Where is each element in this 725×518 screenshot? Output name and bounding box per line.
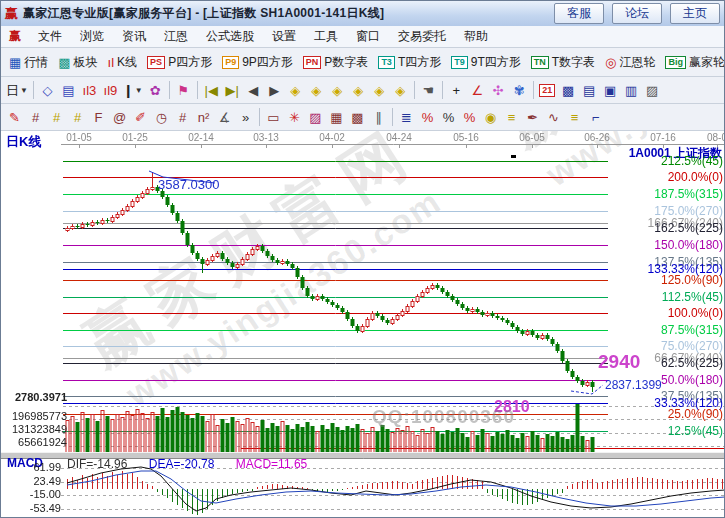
calculator-button[interactable]: ▩ (558, 80, 579, 100)
menu-item-2[interactable]: 资讯 (113, 25, 155, 48)
gann-level-label: 100.0%(0) (668, 307, 723, 319)
plot-9-lines-icon[interactable]: ıl9 (100, 80, 121, 100)
9t-square-button[interactable]: T99T四方形 (446, 52, 526, 73)
toolbar-separator (197, 81, 198, 99)
percent-line-tool-button[interactable]: % (459, 107, 480, 127)
menu-item-6[interactable]: 工具 (305, 25, 347, 48)
grid-pattern-tool-button-icon: ▦ (330, 111, 342, 124)
t-square-button[interactable]: T3T四方形 (373, 52, 446, 73)
menu-item-0[interactable]: 文件 (29, 25, 71, 48)
brush-tool-button[interactable]: ✎ (4, 107, 25, 127)
angle-measure-button[interactable]: ∠ (467, 80, 488, 100)
p-number-table-button[interactable]: PNP数字表 (298, 52, 374, 73)
expand-v-button[interactable]: ◈ (390, 80, 411, 100)
9p-square-button[interactable]: P99P四方形 (217, 52, 298, 73)
gold-lines-tool-button[interactable]: ≡ (564, 107, 585, 127)
menu-item-1[interactable]: 浏览 (71, 25, 113, 48)
kline-button-icon: ıl (108, 56, 115, 69)
menu-item-5[interactable]: 设置 (263, 25, 305, 48)
market-toolbar: ▦行情▩板块ılK线PSP四方形P99P四方形PNP数字表T3T四方形T99T四… (1, 48, 725, 77)
period-label: 日K线 (6, 133, 41, 151)
print-button[interactable]: ▨ (642, 80, 663, 100)
period-day-button[interactable]: 日▼ (4, 80, 30, 100)
p-square-button[interactable]: PSP四方形 (142, 52, 217, 73)
hand-tool-button[interactable]: ☚ (418, 80, 439, 100)
candle-style-button-icon: ❙ (123, 84, 134, 97)
spiral-tool-button-icon: @ (113, 111, 126, 124)
crosshair-tool-button[interactable]: + (446, 80, 467, 100)
time-cycle-tool-button[interactable]: ◷ (151, 107, 172, 127)
homepage-button[interactable]: 主页 (670, 3, 720, 24)
last-page-button[interactable]: ▶| (222, 80, 243, 100)
grid-pattern2-tool-button[interactable]: ▩ (347, 107, 368, 127)
notes-button[interactable]: ▤ (579, 80, 600, 100)
gann-wheel-button[interactable]: ◎江恩轮 (600, 52, 660, 73)
flag-icon[interactable]: ⚑ (173, 80, 194, 100)
wave-rule-tool-button[interactable]: ✾ (509, 80, 530, 100)
parallel-lines-tool-button-icon: ∥ (375, 111, 382, 124)
percent-tool-button-icon: % (443, 111, 455, 124)
macd-scale-3: -15.00 (1, 488, 61, 500)
dense-grid-tool-button[interactable]: # (172, 107, 193, 127)
compress-h-button[interactable]: ◈ (327, 80, 348, 100)
percent-retrace-tool-button[interactable]: % (417, 107, 438, 127)
angle-pen-tool-button[interactable]: ✐ (130, 107, 151, 127)
calendar-button[interactable]: 21 (537, 80, 558, 100)
menu-item-4[interactable]: 公式选股 (197, 25, 263, 48)
save-button[interactable]: ▣ (600, 80, 621, 100)
rays-tool-button[interactable]: ✳ (284, 107, 305, 127)
j-angle-tool-button[interactable]: ⌐ (585, 107, 606, 127)
percent-tool-button[interactable]: % (438, 107, 459, 127)
price-list-tool-button[interactable]: ≣ (396, 107, 417, 127)
price-pen-tool-button[interactable]: ✒ (522, 107, 543, 127)
menu-item-7[interactable]: 窗口 (347, 25, 389, 48)
menu-bar: 赢 文件浏览资讯江恩公式选股设置工具窗口交易委托帮助 (1, 26, 725, 48)
shift-right-button[interactable]: ◈ (306, 80, 327, 100)
winner-wheel-button[interactable]: Big赢家轮 (660, 52, 725, 73)
j-angle-tool-button-icon: ⌐ (592, 111, 600, 124)
next-candle-button[interactable]: ▶ (264, 80, 285, 100)
golden-section-tool-button[interactable]: ≡ (501, 107, 522, 127)
t-number-table-button[interactable]: TNT数字表 (526, 52, 600, 73)
plot-3-lines-icon[interactable]: ıl3 (79, 80, 100, 100)
expand-h-button[interactable]: ◈ (348, 80, 369, 100)
quote-page-icon[interactable]: ▤ (58, 80, 79, 100)
export-button[interactable]: ▥ (621, 80, 642, 100)
forum-button[interactable]: 论坛 (612, 3, 662, 24)
golden-circle-tool-button[interactable]: ◉ (480, 107, 501, 127)
gann-pattern-icon[interactable]: ✿ (145, 80, 166, 100)
window-layout-icon[interactable]: ◇ (37, 80, 58, 100)
expand-v-button-icon: ◈ (395, 84, 405, 97)
grid-tool-button[interactable]: # (25, 107, 46, 127)
compress-v-button[interactable]: ◈ (369, 80, 390, 100)
gann-square-tool-button[interactable]: ✣ (488, 80, 509, 100)
shift-left-button[interactable]: ◈ (285, 80, 306, 100)
sectors-button[interactable]: ▩板块 (53, 52, 102, 73)
quotes-button[interactable]: ▦行情 (4, 52, 53, 73)
spiral-tool-button[interactable]: @ (109, 107, 130, 127)
more-tools-button[interactable]: » (235, 107, 256, 127)
date-tick-label: 02-14 (188, 132, 214, 143)
gann-level-label: 112.5%(45) (662, 291, 723, 303)
angle-ruler-tool-button[interactable]: ∡ (214, 107, 235, 127)
golden-section-tool-button-icon: ≡ (508, 111, 516, 124)
candle-style-button[interactable]: ❙▼ (121, 80, 145, 100)
customer-service-button[interactable]: 客服 (554, 3, 604, 24)
menu-item-8[interactable]: 交易委托 (389, 25, 455, 48)
fan-pattern-tool-button[interactable]: ▨ (305, 107, 326, 127)
prev-candle-button[interactable]: ◀ (243, 80, 264, 100)
box-split-tool-button[interactable]: ▭ (263, 107, 284, 127)
parallel-lines-tool-button[interactable]: ∥ (368, 107, 389, 127)
menu-item-9[interactable]: 帮助 (455, 25, 497, 48)
wave-count-tool-button[interactable]: ∿ (543, 107, 564, 127)
n-square-tool-button[interactable]: n² (193, 107, 214, 127)
grid-pattern-tool-button[interactable]: ▦ (326, 107, 347, 127)
volume-scale-2: 131323849 (1, 423, 67, 435)
first-page-button[interactable]: |◀ (201, 80, 222, 100)
menu-item-3[interactable]: 江恩 (155, 25, 197, 48)
gold-grid-tool-button[interactable]: # (46, 107, 67, 127)
kline-button[interactable]: ılK线 (103, 52, 143, 73)
gold-grid2-tool-button[interactable]: # (67, 107, 88, 127)
f-grid-tool-button[interactable]: F (88, 107, 109, 127)
left-axis-price: 2780.3971 (1, 391, 67, 403)
